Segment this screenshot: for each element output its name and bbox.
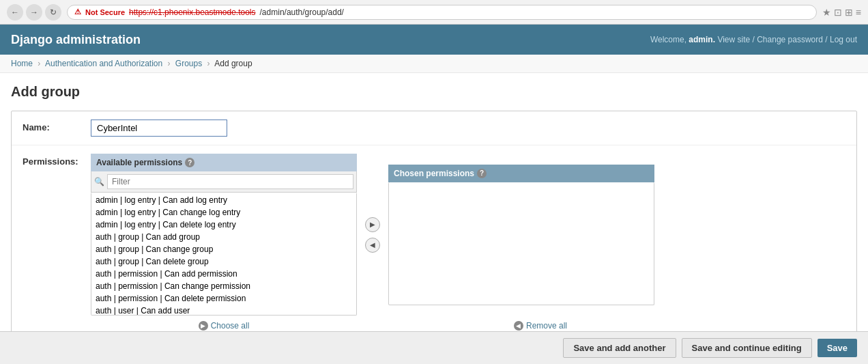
- choose-all-link[interactable]: ▶ Choose all: [199, 321, 250, 331]
- log-out-link[interactable]: Log out: [830, 35, 857, 44]
- perm-option[interactable]: auth | permission | Can add permission: [93, 268, 355, 280]
- save-continue-button[interactable]: Save and continue editing: [682, 338, 812, 358]
- chosen-permissions-header: Chosen permissions ?: [388, 165, 654, 182]
- available-permissions-header: Available permissions ?: [91, 154, 357, 171]
- perm-option[interactable]: auth | group | Can add group: [93, 231, 355, 243]
- browser-action-icons: ★ ⊡ ⊞ ≡: [822, 7, 861, 18]
- breadcrumb: Home › Authentication and Authorization …: [0, 55, 868, 73]
- breadcrumb-current: Add group: [214, 59, 252, 68]
- filter-row: 🔍: [91, 171, 357, 193]
- name-row: Name:: [12, 111, 856, 145]
- breadcrumb-groups[interactable]: Groups: [175, 59, 202, 68]
- breadcrumb-separator-1: ›: [38, 59, 40, 68]
- save-add-another-button[interactable]: Save and add another: [563, 338, 676, 358]
- perm-option[interactable]: auth | group | Can delete group: [93, 255, 355, 268]
- available-permissions-list[interactable]: admin | log entry | Can add log entry ad…: [91, 193, 357, 316]
- name-label: Name:: [23, 120, 91, 132]
- chosen-permissions-help-icon[interactable]: ?: [477, 169, 487, 178]
- save-button[interactable]: Save: [818, 339, 857, 357]
- remove-all-area: ◀ Remove all: [394, 320, 660, 331]
- perm-option[interactable]: admin | log entry | Can change log entry: [93, 206, 355, 219]
- admin-user-info: Welcome, admin. View site / Change passw…: [650, 35, 857, 44]
- chosen-permissions-box: Chosen permissions ?: [388, 165, 654, 305]
- choose-all-label: Choose all: [211, 321, 250, 331]
- permissions-row: Permissions: Available permissions ? 🔍: [12, 145, 856, 352]
- available-permissions-help-icon[interactable]: ?: [185, 158, 194, 167]
- perm-bottom-actions: ▶ Choose all ◀ Remove all: [91, 320, 845, 331]
- name-field: [91, 120, 845, 137]
- welcome-text: Welcome,: [650, 35, 686, 44]
- move-right-button[interactable]: ▶: [365, 217, 380, 232]
- view-site-link[interactable]: View site: [717, 35, 750, 44]
- move-left-button[interactable]: ◀: [365, 238, 380, 253]
- perm-option[interactable]: admin | log entry | Can add log entry: [93, 194, 355, 206]
- choose-all-icon: ▶: [199, 321, 208, 331]
- remove-all-link[interactable]: ◀ Remove all: [514, 321, 567, 331]
- browser-navigation: ← → ↻: [7, 4, 61, 20]
- admin-header: Django administration Welcome, admin. Vi…: [0, 25, 868, 55]
- url-secure-part: https://c1.phoenix.beastmode.tools: [129, 8, 255, 17]
- permissions-label: Permissions:: [23, 154, 91, 167]
- form-container: Name: Permissions: Available permissions…: [11, 111, 857, 353]
- perm-option[interactable]: auth | group | Can change group: [93, 243, 355, 255]
- permissions-field: Available permissions ? 🔍 admin | log en…: [91, 154, 845, 344]
- breadcrumb-separator-3: ›: [207, 59, 210, 68]
- breadcrumb-auth[interactable]: Authentication and Authorization: [45, 59, 162, 68]
- filter-search-icon: 🔍: [94, 177, 104, 186]
- browser-bar: ← → ↻ ⚠ Not Secure https://c1.phoenix.be…: [0, 0, 868, 25]
- url-path-part: /admin/auth/group/add/: [260, 8, 344, 17]
- perm-option[interactable]: auth | permission | Can delete permissio…: [93, 292, 355, 305]
- filter-input[interactable]: [107, 174, 353, 189]
- available-permissions-box: Available permissions ? 🔍 admin | log en…: [91, 154, 357, 316]
- chosen-permissions-list[interactable]: [388, 182, 654, 305]
- page-title: Add group: [11, 84, 857, 100]
- forward-button[interactable]: →: [26, 4, 42, 20]
- remove-all-icon: ◀: [514, 321, 523, 331]
- form-footer: Save and add another Save and continue e…: [0, 331, 868, 364]
- change-password-link[interactable]: Change password: [757, 35, 823, 44]
- admin-username: admin.: [689, 35, 715, 44]
- breadcrumb-home[interactable]: Home: [11, 59, 33, 68]
- perm-option[interactable]: admin | log entry | Can delete log entry: [93, 219, 355, 231]
- address-bar[interactable]: ⚠ Not Secure https://c1.phoenix.beastmod…: [67, 5, 817, 20]
- admin-title-link[interactable]: Django administration: [11, 33, 141, 47]
- permissions-layout: Available permissions ? 🔍 admin | log en…: [91, 154, 845, 316]
- reload-button[interactable]: ↻: [45, 4, 61, 20]
- breadcrumb-separator-2: ›: [168, 59, 171, 68]
- main-content: Add group Name: Permissions: Available p…: [0, 73, 868, 364]
- security-warning-icon: ⚠: [74, 8, 81, 16]
- security-warning-text: Not Secure: [85, 8, 125, 16]
- chosen-permissions-title: Chosen permissions: [394, 169, 474, 178]
- name-input[interactable]: [91, 120, 227, 137]
- available-permissions-title: Available permissions: [96, 158, 182, 167]
- arrow-buttons: ▶ ◀: [362, 214, 383, 255]
- back-button[interactable]: ←: [7, 4, 23, 20]
- perm-option[interactable]: auth | permission | Can change permissio…: [93, 280, 355, 292]
- perm-option[interactable]: auth | user | Can add user: [93, 305, 355, 316]
- remove-all-label: Remove all: [526, 321, 567, 331]
- choose-all-area: ▶ Choose all: [91, 320, 357, 331]
